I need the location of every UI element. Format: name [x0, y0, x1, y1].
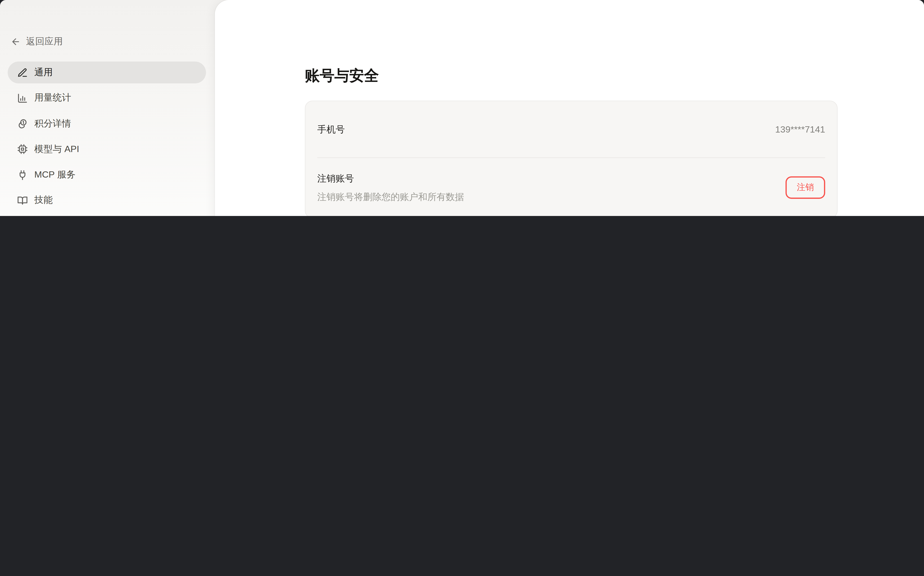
delete-account-label: 注销账号	[317, 172, 464, 185]
sidebar-item-skills[interactable]: 技能	[8, 190, 206, 211]
sidebar-item-credits[interactable]: 积分详情	[8, 113, 206, 135]
section-title-account-security: 账号与安全	[305, 66, 838, 84]
back-to-app-button[interactable]: 返回应用	[11, 35, 63, 48]
coins-icon	[17, 118, 28, 129]
delete-account-button[interactable]: 注销	[785, 176, 825, 198]
settings-window: 返回应用 通用 用量统计 积分详情	[0, 0, 924, 216]
sidebar-item-label: 积分详情	[34, 117, 71, 130]
sidebar-item-general[interactable]: 通用	[8, 61, 206, 83]
account-security-card: 手机号 139****7141 注销账号 注销账号将删除您的账户和所有数据 注销	[305, 101, 838, 216]
sidebar: 返回应用 通用 用量统计 积分详情	[0, 0, 215, 216]
sidebar-item-label: 通用	[34, 66, 53, 79]
sidebar-item-label: 用量统计	[34, 92, 71, 104]
settings-content: 账号与安全 手机号 139****7141 注销账号 注销账号将删除您的账户和所…	[305, 0, 838, 216]
phone-number-value: 139****7141	[775, 124, 825, 134]
main-panel: 账号与安全 手机号 139****7141 注销账号 注销账号将删除您的账户和所…	[215, 0, 924, 216]
cpu-icon	[17, 144, 28, 155]
back-to-app-label: 返回应用	[26, 35, 62, 48]
delete-account-row: 注销账号 注销账号将删除您的账户和所有数据 注销	[306, 158, 837, 216]
pencil-icon	[17, 67, 28, 78]
bar-chart-icon	[17, 93, 28, 104]
phone-number-row: 手机号 139****7141	[306, 101, 837, 157]
delete-account-description: 注销账号将删除您的账户和所有数据	[317, 190, 464, 203]
sidebar-item-models-api[interactable]: 模型与 API	[8, 138, 206, 160]
sidebar-item-label: MCP 服务	[34, 169, 75, 181]
sidebar-item-im-channels[interactable]: IM 频道	[8, 215, 206, 216]
sidebar-item-label: 模型与 API	[34, 143, 79, 155]
plug-icon	[17, 170, 28, 180]
delete-account-text: 注销账号 注销账号将删除您的账户和所有数据	[317, 172, 464, 203]
sidebar-item-mcp[interactable]: MCP 服务	[8, 164, 206, 186]
phone-number-label: 手机号	[317, 123, 345, 135]
sidebar-item-label: 技能	[34, 194, 53, 207]
arrow-left-icon	[11, 37, 21, 46]
sidebar-nav: 通用 用量统计 积分详情 模型与 API	[8, 61, 206, 216]
book-open-icon	[17, 195, 28, 206]
sidebar-item-usage-stats[interactable]: 用量统计	[8, 87, 206, 109]
